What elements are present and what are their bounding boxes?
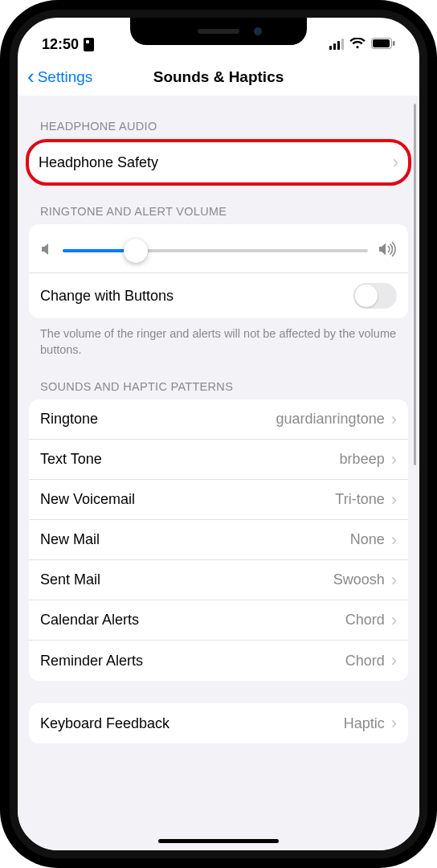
row-label: Keyboard Feedback (40, 715, 344, 732)
volume-slider-row (29, 224, 408, 273)
row-value: Tri-tone (335, 491, 384, 508)
svg-rect-2 (393, 41, 395, 46)
home-indicator[interactable] (158, 839, 279, 843)
page-title: Sounds & Haptics (153, 68, 284, 86)
chevron-right-icon: › (391, 652, 397, 669)
volume-slider[interactable] (63, 237, 368, 264)
speaker-high-icon (378, 241, 397, 260)
row-value: Haptic (344, 715, 385, 732)
nav-bar: ‹ Settings Sounds & Haptics (18, 61, 419, 96)
row-label: Text Tone (40, 451, 340, 468)
section-header-headphone: HEADPHONE AUDIO (18, 96, 419, 139)
new-mail-row[interactable]: New Mail None › (29, 520, 408, 560)
battery-icon (371, 36, 395, 53)
sent-mail-row[interactable]: Sent Mail Swoosh › (29, 560, 408, 600)
row-value: None (350, 531, 385, 548)
chevron-right-icon: › (391, 714, 397, 732)
headphone-safety-highlight: Headphone Safety › (26, 139, 411, 186)
keyboard-group: Keyboard Feedback Haptic › (29, 703, 408, 743)
row-value: Chord (345, 612, 385, 628)
chevron-right-icon: › (391, 531, 397, 549)
svg-rect-1 (373, 39, 390, 47)
row-value: brbeep (340, 451, 385, 468)
calendar-alerts-row[interactable]: Calendar Alerts Chord › (29, 600, 408, 641)
row-value: Swoosh (333, 571, 385, 588)
settings-content: HEADPHONE AUDIO Headphone Safety › RINGT… (18, 96, 419, 850)
clock: 12:50 (42, 36, 79, 53)
section-header-patterns: SOUNDS AND HAPTIC PATTERNS (18, 361, 419, 399)
notch (130, 18, 307, 45)
text-tone-row[interactable]: Text Tone brbeep › (29, 440, 408, 480)
row-label: Reminder Alerts (40, 653, 345, 669)
sim-icon (84, 38, 94, 51)
back-label: Settings (38, 68, 93, 86)
reminder-alerts-row[interactable]: Reminder Alerts Chord › (29, 641, 408, 681)
row-label: New Mail (40, 531, 350, 548)
row-label: New Voicemail (40, 491, 335, 508)
patterns-group: Ringtone guardianringtone › Text Tone br… (29, 399, 408, 681)
headphone-safety-row[interactable]: Headphone Safety › (29, 142, 408, 182)
back-button[interactable]: ‹ Settings (27, 68, 92, 87)
wifi-icon (349, 36, 366, 53)
chevron-right-icon: › (391, 451, 397, 469)
row-label: Change with Buttons (40, 288, 353, 305)
new-voicemail-row[interactable]: New Voicemail Tri-tone › (29, 480, 408, 520)
row-value: guardianringtone (276, 411, 385, 428)
chevron-right-icon: › (391, 571, 397, 589)
row-label: Ringtone (40, 411, 276, 428)
scrollbar-thumb[interactable] (414, 104, 416, 465)
ringtone-volume-footer: The volume of the ringer and alerts will… (18, 318, 419, 361)
ringtone-volume-group: Change with Buttons (29, 224, 408, 318)
chevron-left-icon: ‹ (27, 66, 35, 87)
cellular-signal-icon (329, 39, 344, 50)
chevron-right-icon: › (391, 612, 397, 629)
chevron-right-icon: › (393, 154, 398, 171)
section-header-ringtone-volume: RINGTONE AND ALERT VOLUME (18, 186, 419, 224)
keyboard-feedback-row[interactable]: Keyboard Feedback Haptic › (29, 703, 408, 743)
chevron-right-icon: › (391, 491, 397, 509)
row-label: Headphone Safety (39, 154, 393, 171)
ringtone-row[interactable]: Ringtone guardianringtone › (29, 399, 408, 440)
change-with-buttons-switch[interactable] (353, 283, 397, 309)
speaker-low-icon (40, 242, 53, 260)
row-value: Chord (345, 653, 385, 669)
change-with-buttons-row[interactable]: Change with Buttons (29, 273, 408, 318)
switch-knob (355, 285, 378, 307)
row-label: Sent Mail (40, 571, 333, 588)
slider-thumb[interactable] (124, 239, 148, 263)
chevron-right-icon: › (391, 411, 397, 428)
row-label: Calendar Alerts (40, 612, 345, 628)
